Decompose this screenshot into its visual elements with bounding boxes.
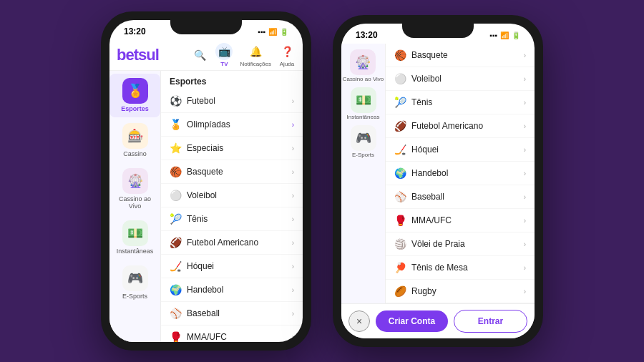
notif-label: Notificações xyxy=(240,61,271,67)
r-hoquei-chevron: › xyxy=(524,146,526,154)
right-sports-list: 🏀 Basquete › ⚪ Voleibol › 🎾 Tênis › xyxy=(386,44,535,305)
r-volei-praia-chevron: › xyxy=(524,240,526,248)
handebol-name: Handebol xyxy=(187,285,288,295)
especiais-name: Especiais xyxy=(187,143,288,153)
r-sport-tenis[interactable]: 🎾 Tênis › xyxy=(386,91,535,114)
right-signal-icon: ▪▪▪ xyxy=(489,31,497,39)
close-button[interactable]: × xyxy=(348,310,370,332)
help-nav-item[interactable]: ❓ Ajuda xyxy=(278,43,296,67)
r-sport-basquete[interactable]: 🏀 Basquete › xyxy=(386,44,535,67)
instantaneas-label: Instantâneas xyxy=(117,248,154,255)
right-esports-label: E-Sports xyxy=(352,152,374,159)
left-sidebar: 🏅 Esportes 🎰 Cassino 🎡 Cassino ao Vivo 💵… xyxy=(109,71,161,342)
olimpiadas-name: Olimpíadas xyxy=(187,119,288,129)
futebol-name: Futebol xyxy=(187,96,288,106)
cassino-ao-vivo-label: Cassino ao Vivo xyxy=(112,195,157,211)
especiais-chevron: › xyxy=(292,145,294,152)
sport-tenis[interactable]: 🎾 Tênis › xyxy=(161,207,303,231)
sport-mma[interactable]: 🥊 MMA/UFC › xyxy=(161,326,303,342)
sidebar-item-esports[interactable]: 🎮 E-Sports xyxy=(109,261,160,305)
sport-voleibol[interactable]: ⚪ Voleibol › xyxy=(161,184,303,207)
sidebar-item-instantaneas[interactable]: 💵 Instantâneas xyxy=(109,216,160,260)
mma-name: MMA/UFC xyxy=(187,332,288,342)
r-basquete-name: Basquete xyxy=(411,50,519,60)
notch xyxy=(170,20,242,34)
esportes-label: Esportes xyxy=(121,105,149,113)
top-nav: betsul 🔍 📺 TV 🔔 Notificações ❓ xyxy=(109,40,303,71)
sport-hoquei[interactable]: 🏒 Hóquei › xyxy=(161,255,303,278)
betsul-logo: betsul xyxy=(117,46,185,64)
right-sidebar-cassino-ao-vivo[interactable]: 🎡 Cassino ao Vivo xyxy=(343,49,384,83)
futebol-americano-icon: 🏈 xyxy=(170,237,182,248)
sport-handebol[interactable]: 🌍 Handebol › xyxy=(161,278,303,302)
status-icons: ▪▪▪ 📶 🔋 xyxy=(258,28,288,36)
right-instantaneas-icon: 💵 xyxy=(351,87,376,113)
instantaneas-icon: 💵 xyxy=(122,220,148,246)
r-rugby-icon: 🏉 xyxy=(394,285,407,297)
sport-especiais[interactable]: ⭐ Especiais › xyxy=(161,137,303,160)
sport-futebol[interactable]: ⚽ Futebol › xyxy=(161,89,303,113)
criar-conta-button[interactable]: Criar Conta xyxy=(376,310,448,332)
r-sport-tenis-de-mesa[interactable]: 🏓 Tênis de Mesa › xyxy=(386,256,535,280)
hoquei-chevron: › xyxy=(292,263,294,270)
right-status-icons: ▪▪▪ 📶 🔋 xyxy=(489,31,520,39)
r-sport-mma[interactable]: 🥊 MMA/UFC › xyxy=(386,209,535,233)
sport-basquete[interactable]: 🏀 Basquete › xyxy=(161,160,303,184)
r-tenis-icon: 🎾 xyxy=(394,97,407,108)
r-basquete-icon: 🏀 xyxy=(394,49,407,61)
futebol-americano-chevron: › xyxy=(292,239,294,247)
sidebar-item-cassino-ao-vivo[interactable]: 🎡 Cassino ao Vivo xyxy=(109,164,160,215)
baseball-name: Baseball xyxy=(187,308,288,318)
help-icon: ❓ xyxy=(278,43,296,60)
right-instantaneas-label: Instantâneas xyxy=(347,114,380,121)
cassino-ao-vivo-icon: 🎡 xyxy=(122,168,148,194)
basquete-chevron: › xyxy=(292,168,294,176)
sidebar-item-esportes[interactable]: 🏅 Esportes xyxy=(109,74,160,117)
r-baseball-chevron: › xyxy=(524,193,526,201)
search-nav-item[interactable]: 🔍 xyxy=(191,47,208,64)
r-hoquei-name: Hóquei xyxy=(411,145,519,155)
r-voleibol-icon: ⚪ xyxy=(394,73,407,84)
r-sport-volei-de-praia[interactable]: 🏐 Vôlei de Praia › xyxy=(386,233,535,256)
sidebar-item-cassino[interactable]: 🎰 Cassino xyxy=(109,119,160,162)
esportes-icon: 🏅 xyxy=(122,78,148,104)
futebol-icon: ⚽ xyxy=(170,95,182,107)
right-status-time: 13:20 xyxy=(356,30,378,40)
help-label: Ajuda xyxy=(280,61,294,67)
right-sidebar-instantaneas[interactable]: 💵 Instantâneas xyxy=(347,87,380,121)
sport-baseball[interactable]: ⚾ Baseball › xyxy=(161,302,303,326)
scene: 13:20 ▪▪▪ 📶 🔋 betsul 🔍 📺 TV xyxy=(101,11,543,351)
entrar-button[interactable]: Entrar xyxy=(454,310,527,333)
r-baseball-name: Baseball xyxy=(411,192,519,202)
esports-label: E-Sports xyxy=(122,293,147,300)
right-phone: 13:20 ▪▪▪ 📶 🔋 🎡 Cassino ao Vivo 💵 xyxy=(333,15,543,347)
right-battery-icon: 🔋 xyxy=(512,31,520,39)
r-sport-handebol[interactable]: 🌍 Handebol › xyxy=(386,162,535,185)
right-sidebar-esports[interactable]: 🎮 E-Sports xyxy=(351,125,376,159)
r-sport-hoquei[interactable]: 🏒 Hóquei › xyxy=(386,138,535,162)
r-sport-futebol-americano[interactable]: 🏈 Futebol Americano › xyxy=(386,114,535,138)
sport-olimpiadas[interactable]: 🏅 Olimpíadas › xyxy=(161,113,303,137)
r-volei-praia-name: Vôlei de Praia xyxy=(411,239,519,249)
r-futebol-americano-name: Futebol Americano xyxy=(411,121,519,131)
r-sport-baseball[interactable]: ⚾ Baseball › xyxy=(386,185,535,209)
signal-icon: ▪▪▪ xyxy=(258,28,265,36)
handebol-icon: 🌍 xyxy=(170,284,182,295)
bottom-bar: × Criar Conta Entrar xyxy=(341,303,535,338)
r-sport-rugby[interactable]: 🏉 Rugby › xyxy=(386,280,535,303)
right-sidebar: 🎡 Cassino ao Vivo 💵 Instantâneas 🎮 E-Spo… xyxy=(341,44,386,305)
r-mma-chevron: › xyxy=(524,217,526,225)
right-cassino-ao-vivo-icon: 🎡 xyxy=(350,49,376,75)
nav-icons: 🔍 📺 TV 🔔 Notificações ❓ Ajuda xyxy=(191,43,296,67)
r-handebol-icon: 🌍 xyxy=(394,167,407,179)
sport-futebol-americano[interactable]: 🏈 Futebol Americano › xyxy=(161,231,303,255)
olimpiadas-chevron: › xyxy=(292,121,294,129)
cassino-icon: 🎰 xyxy=(122,123,148,149)
tv-nav-item[interactable]: 📺 TV xyxy=(215,43,233,67)
sports-list: Esportes ⚽ Futebol › 🏅 Olimpíadas › ⭐ Es… xyxy=(161,71,303,342)
r-volei-praia-icon: 🏐 xyxy=(394,238,407,250)
tenis-icon: 🎾 xyxy=(170,213,182,225)
notifications-nav-item[interactable]: 🔔 Notificações xyxy=(240,43,271,67)
r-sport-voleibol[interactable]: ⚪ Voleibol › xyxy=(386,67,535,91)
mma-chevron: › xyxy=(292,333,294,341)
